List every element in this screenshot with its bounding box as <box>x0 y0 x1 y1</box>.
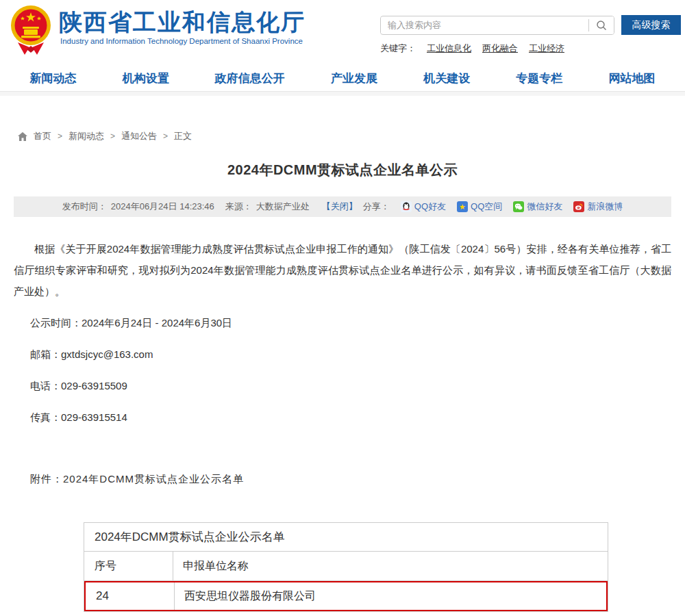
table-header-company: 申报单位名称 <box>173 552 608 580</box>
share-qq[interactable]: QQ好友 <box>401 201 446 213</box>
qq-icon <box>401 201 412 212</box>
source-label: 来源： <box>225 201 252 213</box>
publish-time-label: 发布时间： <box>62 201 107 213</box>
table-row-highlighted[interactable]: 24 西安思坦仪器股份有限公司 <box>84 581 608 611</box>
nav-item-news[interactable]: 新闻动态 <box>30 70 77 86</box>
row-serial-number: 24 <box>86 582 175 610</box>
home-icon <box>18 132 27 141</box>
article-meta-bar: 发布时间： 2024年06月24日 14:23:46 来源： 大数据产业处 【关… <box>14 196 671 217</box>
share-weibo[interactable]: 新浪微博 <box>573 201 623 213</box>
search-input[interactable] <box>381 17 588 34</box>
nav-divider-strip <box>0 91 685 96</box>
advanced-search-button[interactable]: 高级搜索 <box>621 15 681 35</box>
share-qq-label: QQ好友 <box>414 201 446 213</box>
search-box <box>380 16 614 35</box>
search-icon <box>596 20 607 31</box>
breadcrumb-current: 正文 <box>174 130 192 142</box>
search-button[interactable] <box>589 16 614 34</box>
weibo-icon <box>573 201 584 212</box>
search-area: 高级搜索 关键字： 工业信息化 两化融合 工业经济 <box>380 15 682 55</box>
page-header: 陕西省工业和信息化厅 Industry and Information Tech… <box>0 0 685 65</box>
table-header-row: 序号 申报单位名称 <box>84 552 608 581</box>
nav-item-topics[interactable]: 专题专栏 <box>516 70 562 86</box>
article-paragraph: 根据《关于开展2024年数据管理能力成熟度评估贯标试点企业申报工作的通知》（陕工… <box>14 238 671 302</box>
breadcrumb-separator: > <box>58 131 62 141</box>
table-title: 2024年DCMM贯标试点企业公示名单 <box>95 529 285 545</box>
breadcrumb-separator: > <box>163 131 168 141</box>
share-label: 分享： <box>363 201 390 213</box>
nav-item-industry[interactable]: 产业发展 <box>331 70 377 86</box>
breadcrumb-news[interactable]: 新闻动态 <box>68 130 104 142</box>
wechat-icon <box>513 201 524 212</box>
site-title: 陕西省工业和信息化厅 <box>59 7 306 38</box>
share-qzone[interactable]: ★ QQ空间 <box>457 201 502 213</box>
breadcrumb-separator: > <box>110 131 115 141</box>
share-weibo-label: 新浪微博 <box>587 201 623 213</box>
share-wechat[interactable]: 微信好友 <box>513 201 562 213</box>
article-title: 2024年DCMM贯标试点企业名单公示 <box>14 161 671 179</box>
keywords-row: 关键字： 工业信息化 两化融合 工业经济 <box>380 42 682 55</box>
breadcrumb: 首页 > 新闻动态 > 通知公告 > 正文 <box>18 130 671 142</box>
keyword-link[interactable]: 两化融合 <box>482 42 518 55</box>
keywords-label: 关键字： <box>380 42 416 55</box>
nav-item-agency[interactable]: 机关建设 <box>423 70 470 86</box>
publish-time-value: 2024年06月24日 14:23:46 <box>111 201 214 213</box>
main-nav: 新闻动态 机构设置 政府信息公开 产业发展 机关建设 专题专栏 网站地图 <box>0 65 685 91</box>
email-line: 邮箱：gxtdsjcyc@163.com <box>30 348 671 361</box>
attachment-line[interactable]: 附件：2024年DCMM贯标试点企业公示名单 <box>30 473 671 486</box>
nav-item-sitemap[interactable]: 网站地图 <box>608 70 655 86</box>
phone-line: 电话：029-63915509 <box>30 380 671 393</box>
share-wechat-label: 微信好友 <box>527 201 562 213</box>
keyword-link[interactable]: 工业信息化 <box>427 42 471 55</box>
table-title-row: 2024年DCMM贯标试点企业公示名单 <box>84 523 608 552</box>
breadcrumb-notices[interactable]: 通知公告 <box>121 130 157 142</box>
close-link[interactable]: 【关闭】 <box>322 201 358 213</box>
public-notice-period: 公示时间：2024年6月24日 - 2024年6月30日 <box>30 317 671 330</box>
row-company-name: 西安思坦仪器股份有限公司 <box>175 582 606 610</box>
site-subtitle: Industry and Information Technology Depa… <box>60 37 303 45</box>
table-header-no: 序号 <box>84 552 173 580</box>
nav-item-org[interactable]: 机构设置 <box>123 70 169 86</box>
source-value: 大数据产业处 <box>256 201 310 213</box>
fax-line: 传真：029-63915514 <box>30 411 671 424</box>
content-area: 首页 > 新闻动态 > 通知公告 > 正文 2024年DCMM贯标试点企业名单公… <box>0 130 685 612</box>
breadcrumb-home[interactable]: 首页 <box>34 130 51 142</box>
national-emblem-logo <box>8 4 53 56</box>
nav-item-gov-info[interactable]: 政府信息公开 <box>215 70 285 86</box>
share-qzone-label: QQ空间 <box>471 201 502 213</box>
qzone-icon: ★ <box>457 201 468 212</box>
keyword-link[interactable]: 工业经济 <box>529 42 564 55</box>
enterprise-table: 2024年DCMM贯标试点企业公示名单 序号 申报单位名称 24 西安思坦仪器股… <box>84 522 608 612</box>
